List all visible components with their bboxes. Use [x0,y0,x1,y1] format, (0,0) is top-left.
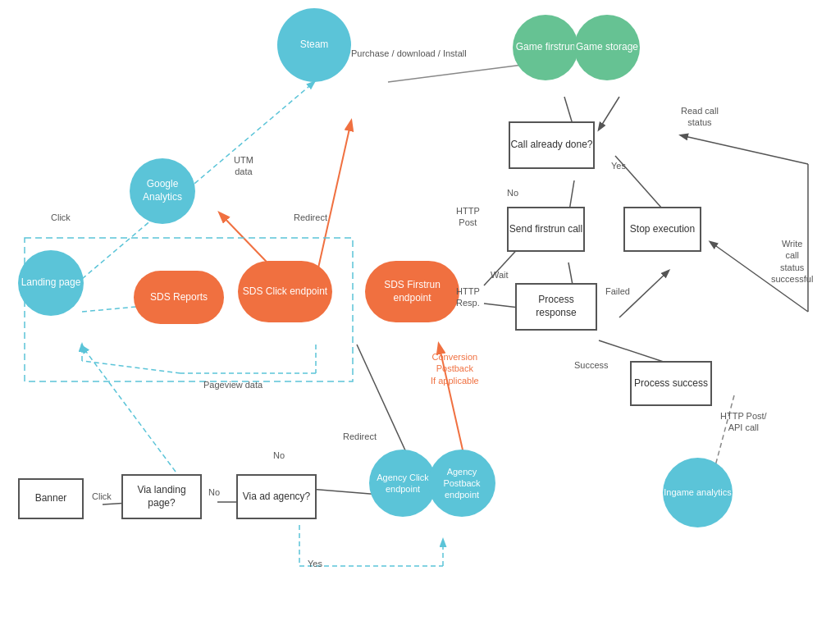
steam-node: Steam [277,8,351,82]
sds-click-node: SDS Click endpoint [238,261,332,322]
label-no-agency: No [273,450,285,461]
via-ad-node: Via ad agency? [236,474,317,519]
label-purchase: Purchase / download / Install [351,48,467,59]
label-yes-agency: Yes [308,558,322,569]
label-read-call: Read callstatus [681,105,719,129]
label-click-left: Click [51,212,71,223]
banner-node: Banner [18,478,84,519]
svg-line-1 [316,121,351,279]
diagram: Steam Game firstrun Game storage Google … [0,0,840,630]
label-http-post: HTTPPost [456,205,480,229]
label-yes-call: Yes [611,160,626,171]
process-success-node: Process success [630,361,712,406]
ingame-analytics-node: Ingame analytics [663,458,733,527]
label-redirect-bottom: Redirect [343,431,377,442]
send-firstrun-node: Send firstrun call [507,207,585,252]
svg-line-26 [82,346,180,478]
svg-line-0 [388,64,529,82]
agency-click-node: Agency Click endpoint [369,450,436,517]
label-http-post-api: HTTP Post/API call [720,410,767,434]
svg-line-5 [599,97,619,130]
label-failed: Failed [605,285,630,297]
label-success: Success [574,359,609,371]
label-http-resp: HTTPResp. [456,285,480,309]
label-no-call: No [507,187,518,199]
label-click-banner: Click [92,491,112,502]
label-utm: UTMdata [234,154,253,178]
google-analytics-node: Google Analytics [130,158,195,224]
label-wait: Wait [491,269,509,281]
label-redirect-top: Redirect [294,212,327,223]
call-already-node: Call already done? [509,121,595,169]
game-firstrun-node: Game firstrun [513,15,578,80]
sds-firstrun-node: SDS Firstrun endpoint [365,261,459,322]
svg-line-21 [82,361,180,373]
label-write-call: Writecallstatussuccessful [771,238,813,285]
label-no-landing: No [208,486,220,498]
label-pageview: Pageview data [203,379,262,390]
stop-execution-node: Stop execution [623,207,701,252]
process-response-node: Process response [515,283,597,331]
sds-reports-node: SDS Reports [134,271,224,324]
agency-postback-node: Agency Postback endpoint [428,450,495,517]
svg-line-17 [82,82,314,279]
landing-page-node: Landing page [18,250,84,316]
svg-line-9 [681,135,808,164]
game-storage-node: Game storage [574,15,640,80]
label-conversion: ConversionPostbackIf applicable [431,351,479,386]
via-landing-node: Via landing page? [121,474,202,519]
